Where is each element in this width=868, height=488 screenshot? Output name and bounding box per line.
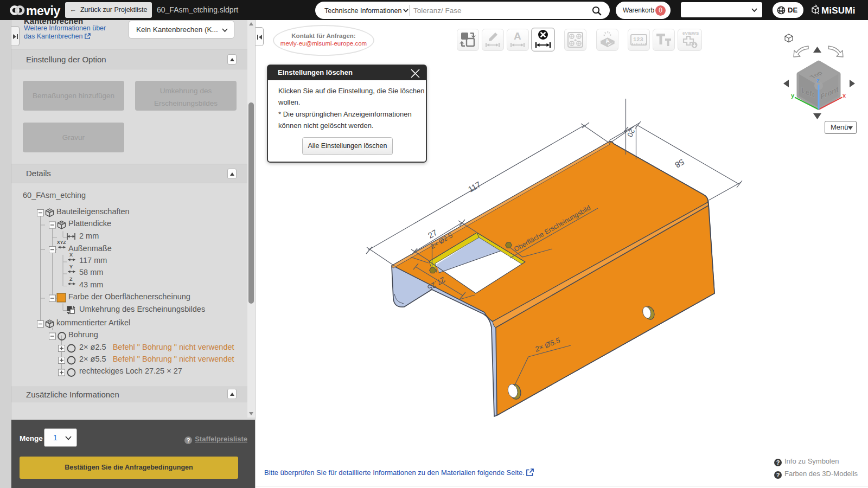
svg-text:XYZ: XYZ: [57, 240, 66, 245]
svg-text:y: y: [791, 92, 795, 99]
svg-text:X: X: [69, 252, 73, 258]
svg-text:123: 123: [633, 36, 643, 43]
svg-text:Z: Z: [69, 277, 73, 282]
svg-text:20: 20: [626, 127, 636, 138]
svg-text:meviy: meviy: [26, 4, 60, 18]
svg-text:A: A: [514, 30, 521, 42]
svg-text:58: 58: [673, 157, 686, 170]
svg-text:MiSUMi: MiSUMi: [821, 5, 856, 16]
svg-text:z: z: [816, 77, 820, 84]
svg-text:6VIEWS: 6VIEWS: [682, 31, 699, 36]
svg-text:Y: Y: [69, 264, 73, 269]
svg-text:x: x: [843, 92, 846, 99]
